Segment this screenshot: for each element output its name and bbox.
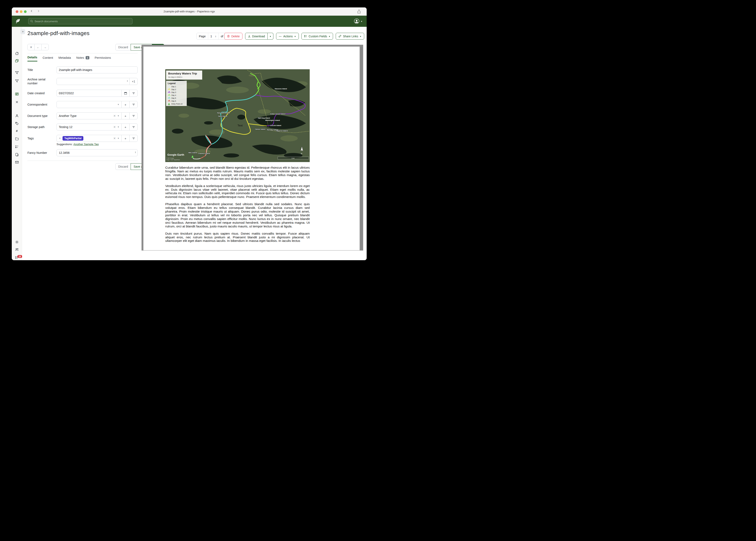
document-type-suggestions-button[interactable] xyxy=(129,112,138,119)
pdf-viewer: Hausons Island New York Island Gary Isla… xyxy=(142,45,363,251)
storage-path-select[interactable]: Testing 12 ✕ ▼ xyxy=(57,124,122,131)
tab-content[interactable]: Content xyxy=(43,56,53,61)
tag-chip[interactable]: TagWithPartial xyxy=(63,136,83,141)
asn-input[interactable] xyxy=(57,78,130,85)
chevron-down-icon: ▼ xyxy=(294,35,296,38)
clear-icon[interactable]: ✕ xyxy=(113,137,116,140)
fancy-number-input[interactable] xyxy=(57,149,138,156)
date-created-input[interactable] xyxy=(57,90,122,97)
svg-text:Day 1: Day 1 xyxy=(171,86,176,88)
ellipsis-icon: ⋯ xyxy=(279,35,282,38)
calendar-button[interactable] xyxy=(121,90,130,97)
title-input[interactable] xyxy=(57,66,138,73)
suggested-tag-link[interactable]: Another Sample Tag xyxy=(73,143,99,146)
tags-select[interactable]: ✕ TagWithPartial ✕ ▼ xyxy=(57,135,122,142)
chevron-down-icon: ▼ xyxy=(361,20,363,22)
paragraph: Duis non tincidunt purus. Nam quis sapie… xyxy=(165,232,310,243)
clear-icon[interactable]: ✕ xyxy=(113,125,116,129)
asn-plus-one-button[interactable]: +1 xyxy=(129,78,138,85)
tags-suggestions-button[interactable] xyxy=(129,135,138,142)
tab-notes[interactable]: Notes1 xyxy=(76,56,89,61)
page-stepper[interactable]: ▴▾ xyxy=(215,35,216,37)
sidebar-item-mail[interactable] xyxy=(15,161,19,164)
chevron-down-icon: ▼ xyxy=(269,35,271,38)
svg-text:Six days in BWCA: Six days in BWCA xyxy=(168,76,182,78)
user-menu[interactable]: ▼ xyxy=(354,18,363,24)
sidebar-expand-button[interactable]: » xyxy=(20,29,25,34)
trash-icon xyxy=(227,35,230,38)
svg-text:Day 2: Day 2 xyxy=(171,89,176,91)
storage-path-suggestions-button[interactable] xyxy=(129,124,138,131)
sidebar-item-file-tasks[interactable] xyxy=(15,153,19,157)
pdf-scrollbar[interactable] xyxy=(361,46,363,250)
asn-stepper[interactable]: ▴▾ xyxy=(127,80,128,82)
calendar-icon xyxy=(124,92,127,95)
discard-button[interactable]: Discard xyxy=(115,163,131,170)
share-links-button[interactable]: Share Links▼ xyxy=(336,33,364,40)
field-asn: Archive serial number ▴▾ +1 xyxy=(27,78,138,85)
clear-icon[interactable]: ✕ xyxy=(113,114,116,118)
sidebar-item-custom-fields[interactable] xyxy=(15,145,19,149)
add-document-type-button[interactable]: + xyxy=(121,112,130,119)
app-navbar: ▼ xyxy=(12,16,367,27)
add-tag-button[interactable]: + xyxy=(121,135,130,142)
chevron-down-icon: ▼ xyxy=(328,35,330,38)
close-editor-button[interactable]: ✕ xyxy=(27,44,35,50)
svg-text:Legend: Legend xyxy=(168,82,175,85)
tasks-badge: 16 xyxy=(17,255,22,258)
next-document-button[interactable]: → xyxy=(41,44,49,50)
sidebar-item-storage-paths[interactable] xyxy=(15,137,19,141)
island-label: Half Dog Island xyxy=(258,117,270,119)
document-nav-buttons: ✕ ← → xyxy=(27,44,49,50)
tab-details[interactable]: Details xyxy=(27,56,37,61)
sidebar-item-document-types[interactable]: # xyxy=(16,129,18,133)
sidebar-item-correspondents[interactable] xyxy=(15,114,19,118)
settings-gear-icon[interactable] xyxy=(15,240,19,244)
field-fancy-number: Fancy Number ▴▾ xyxy=(27,149,138,156)
sidebar-item-saved-view-2[interactable] xyxy=(15,79,19,83)
correspondent-select[interactable]: ▼ xyxy=(57,101,122,108)
fancy-number-stepper[interactable]: ▴▾ xyxy=(135,151,136,153)
field-tags: Tags ✕ TagWithPartial ✕ ▼ + xyxy=(27,135,138,142)
search-icon xyxy=(30,20,33,23)
close-document-icon[interactable] xyxy=(15,100,19,104)
page-number-input[interactable] xyxy=(210,35,215,38)
map-title-box: Boundary Waters Trip Six days in BWCA xyxy=(166,71,202,80)
search-input[interactable] xyxy=(34,20,130,23)
add-correspondent-button[interactable]: + xyxy=(121,101,130,108)
actions-button[interactable]: ⋯ Actions▼ xyxy=(276,33,299,40)
download-options-button[interactable]: ▼ xyxy=(268,33,273,40)
page-title: 2sample-pdf-with-images xyxy=(27,30,90,37)
download-button[interactable]: Download xyxy=(245,33,268,40)
svg-text:3 mi: 3 mi xyxy=(292,157,295,159)
add-storage-path-button[interactable]: + xyxy=(121,124,130,131)
chevron-down-icon: ▼ xyxy=(360,35,361,38)
svg-text:N: N xyxy=(301,153,302,155)
tab-metadata[interactable]: Metadata xyxy=(58,56,71,61)
filter-lines-icon xyxy=(132,92,135,95)
remove-tag-icon[interactable]: ✕ xyxy=(59,137,61,140)
field-correspondent: Correspondent ▼ + xyxy=(27,101,138,108)
date-suggestions-button[interactable] xyxy=(129,90,138,97)
delete-button[interactable]: Delete xyxy=(224,33,242,40)
sidebar-item-dashboard[interactable] xyxy=(15,52,19,55)
share-icon[interactable] xyxy=(357,9,361,14)
sidebar-item-documents[interactable] xyxy=(15,59,19,63)
tab-permissions[interactable]: Permissions xyxy=(95,56,111,61)
document-type-select[interactable]: Another Type ✕ ▼ xyxy=(57,112,122,119)
download-icon xyxy=(248,35,251,38)
custom-fields-button[interactable]: Custom Fields▼ xyxy=(301,33,333,40)
previous-document-button[interactable]: ← xyxy=(34,44,42,50)
discard-button[interactable]: Discard xyxy=(115,44,131,51)
sidebar-item-tags[interactable] xyxy=(15,122,19,125)
users-groups-icon[interactable] xyxy=(15,248,19,252)
sidebar-item-open-document[interactable] xyxy=(15,92,19,96)
filter-lines-icon xyxy=(132,115,135,117)
correspondent-suggestions-button[interactable] xyxy=(129,101,138,108)
custom-fields-icon xyxy=(304,35,307,38)
sidebar-item-saved-view-1[interactable] xyxy=(15,71,19,75)
page-label: Page xyxy=(197,33,208,39)
paperless-logo-icon[interactable] xyxy=(15,18,20,25)
map-credit: © 2017 Google xyxy=(166,158,174,159)
chevron-down-icon: ▼ xyxy=(117,126,119,128)
